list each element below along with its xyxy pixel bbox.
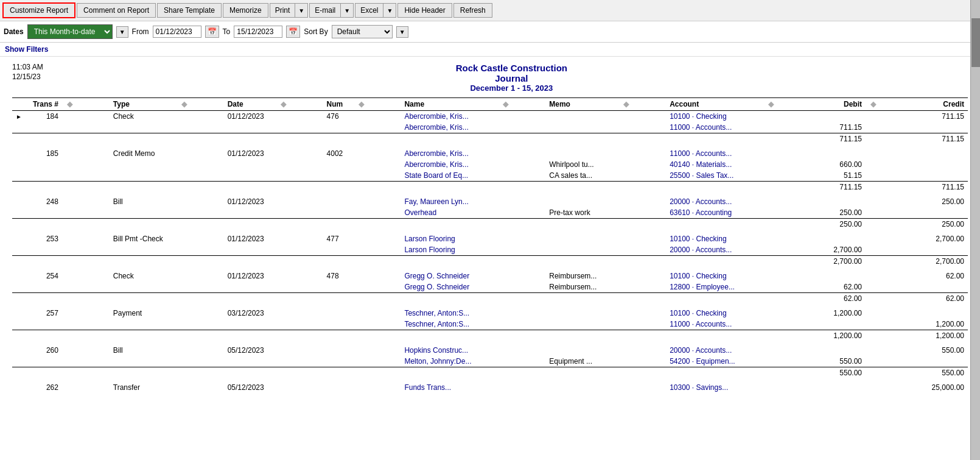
table-row[interactable]: 262 Transfer 05/12/2023 Funds Trans... 1…: [12, 382, 968, 393]
subtotal-debit: 550.00: [811, 367, 866, 379]
line-debit: 250.00: [811, 207, 866, 219]
line-name[interactable]: Larson Flooring: [401, 244, 498, 256]
line-account[interactable]: 11000 · Accounts...: [666, 319, 763, 330]
sort-dropdown-arrow[interactable]: ▼: [396, 26, 408, 38]
line-credit: [913, 356, 968, 367]
trans-type: Payment: [110, 308, 177, 319]
table-row[interactable]: Gregg O. Schneider Reimbursem... 12800 ·…: [12, 281, 968, 293]
line-name[interactable]: Hopkins Construc...: [401, 345, 498, 356]
subtotal-debit: 2,700.00: [811, 256, 866, 267]
table-row[interactable]: Melton, Johnny:De... Equipment ... 54200…: [12, 356, 968, 367]
table-row[interactable]: ► 184 Check 01/12/2023 476 Abercrombie, …: [12, 111, 968, 122]
line-credit: [913, 159, 968, 170]
dates-dropdown[interactable]: This Month-to-date: [27, 24, 113, 39]
comment-on-report-button[interactable]: Comment on Report: [77, 3, 156, 18]
line-name[interactable]: Abercrombie, Kris...: [401, 148, 498, 159]
memorize-button[interactable]: Memorize: [223, 3, 268, 18]
line-credit: [913, 308, 968, 319]
report-time: 11:03 AM: [12, 63, 43, 71]
show-filters-link[interactable]: Show Filters: [5, 45, 48, 54]
line-name[interactable]: Funds Trans...: [401, 382, 498, 393]
dates-dropdown-arrow[interactable]: ▼: [116, 26, 128, 38]
line-account[interactable]: 12800 · Employee...: [666, 281, 763, 293]
line-name[interactable]: Teschner, Anton:S...: [401, 319, 498, 330]
line-name[interactable]: Fay, Maureen Lyn...: [401, 196, 498, 207]
line-name[interactable]: Gregg O. Schneider: [401, 281, 498, 293]
line-memo: Equipment ...: [545, 356, 618, 367]
line-credit: [913, 122, 968, 133]
share-template-button[interactable]: Share Template: [157, 3, 222, 18]
trans-date: 03/12/2023: [224, 308, 276, 319]
line-name[interactable]: Teschner, Anton:S...: [401, 308, 498, 319]
line-name[interactable]: State Board of Eq...: [401, 170, 498, 182]
line-account[interactable]: 20000 · Accounts...: [666, 345, 763, 356]
table-row[interactable]: Overhead Pre-tax work 63610 · Accounting…: [12, 207, 968, 219]
line-memo: CA sales ta...: [545, 170, 618, 182]
line-account[interactable]: 20000 · Accounts...: [666, 196, 763, 207]
print-split-button[interactable]: Print ▼: [270, 3, 309, 18]
line-account[interactable]: 25500 · Sales Tax...: [666, 170, 763, 182]
sort-select[interactable]: Default: [332, 25, 393, 38]
hide-header-button[interactable]: Hide Header: [397, 3, 452, 18]
scrollbar[interactable]: [970, 0, 980, 437]
table-row[interactable]: 254 Check 01/12/2023 478 Gregg O. Schnei…: [12, 271, 968, 281]
line-account[interactable]: 11000 · Accounts...: [666, 122, 763, 133]
to-date-input[interactable]: [234, 26, 282, 38]
line-account[interactable]: 11000 · Accounts...: [666, 148, 763, 159]
line-account[interactable]: 10100 · Checking: [666, 111, 763, 122]
line-name[interactable]: Overhead: [401, 207, 498, 219]
excel-split-button[interactable]: Excel ▼: [355, 3, 396, 18]
table-row[interactable]: 248 Bill 01/12/2023 Fay, Maureen Lyn... …: [12, 196, 968, 207]
line-memo: Whirlpool tu...: [545, 159, 618, 170]
customize-report-button[interactable]: Customize Report: [2, 2, 75, 18]
scroll-thumb[interactable]: [971, 18, 980, 67]
from-label: From: [132, 27, 149, 36]
to-calendar-icon[interactable]: 📅: [286, 26, 300, 38]
email-split-button[interactable]: E-mail ▼: [309, 3, 354, 18]
table-row[interactable]: Larson Flooring 20000 · Accounts... 2,70…: [12, 244, 968, 256]
line-account[interactable]: 10300 · Savings...: [666, 382, 763, 393]
table-row[interactable]: 257 Payment 03/12/2023 Teschner, Anton:S…: [12, 308, 968, 319]
table-row[interactable]: 260 Bill 05/12/2023 Hopkins Construc... …: [12, 345, 968, 356]
line-name[interactable]: Melton, Johnny:De...: [401, 356, 498, 367]
trans-num-val: 476: [323, 111, 354, 122]
line-account[interactable]: 20000 · Accounts...: [666, 244, 763, 256]
expand-arrow[interactable]: ►: [16, 113, 22, 120]
refresh-button[interactable]: Refresh: [453, 3, 492, 18]
subtotal-row: 62.00 62.00: [12, 293, 968, 305]
from-date-input[interactable]: [153, 26, 201, 38]
subtotal-credit: 62.00: [913, 293, 968, 305]
email-button[interactable]: E-mail: [310, 4, 341, 17]
sort-label: Sort By: [304, 27, 327, 36]
line-account[interactable]: 40140 · Materials...: [666, 159, 763, 170]
col-sep-2: ◆: [177, 98, 224, 111]
excel-button[interactable]: Excel: [355, 4, 383, 17]
line-account[interactable]: 10100 · Checking: [666, 308, 763, 319]
col-sep-1: ◆: [62, 98, 110, 111]
table-row[interactable]: 253 Bill Pmt -Check 01/12/2023 477 Larso…: [12, 233, 968, 244]
col-sep-6: ◆: [618, 98, 666, 111]
report-period: December 1 - 15, 2023: [12, 83, 968, 93]
line-name[interactable]: Abercrombie, Kris...: [401, 111, 498, 122]
excel-arrow[interactable]: ▼: [383, 5, 396, 16]
table-row[interactable]: State Board of Eq... CA sales ta... 2550…: [12, 170, 968, 182]
subtotal-debit: 711.15: [811, 133, 866, 145]
line-credit: [913, 281, 968, 293]
line-account[interactable]: 63610 · Accounting: [666, 207, 763, 219]
line-account[interactable]: 10100 · Checking: [666, 233, 763, 244]
line-name[interactable]: Abercrombie, Kris...: [401, 159, 498, 170]
print-arrow[interactable]: ▼: [295, 5, 307, 16]
line-debit: [811, 148, 866, 159]
line-account[interactable]: 10100 · Checking: [666, 271, 763, 281]
table-row[interactable]: Abercrombie, Kris... Whirlpool tu... 401…: [12, 159, 968, 170]
table-row[interactable]: Teschner, Anton:S... 11000 · Accounts...…: [12, 319, 968, 330]
line-name[interactable]: Abercrombie, Kris...: [401, 122, 498, 133]
line-account[interactable]: 54200 · Equipmen...: [666, 356, 763, 367]
from-calendar-icon[interactable]: 📅: [205, 26, 219, 38]
line-name[interactable]: Gregg O. Schneider: [401, 271, 498, 281]
table-row[interactable]: Abercrombie, Kris... 11000 · Accounts...…: [12, 122, 968, 133]
line-name[interactable]: Larson Flooring: [401, 233, 498, 244]
email-arrow[interactable]: ▼: [341, 5, 353, 16]
table-row[interactable]: 185 Credit Memo 01/12/2023 4002 Abercrom…: [12, 148, 968, 159]
print-button[interactable]: Print: [270, 4, 296, 17]
